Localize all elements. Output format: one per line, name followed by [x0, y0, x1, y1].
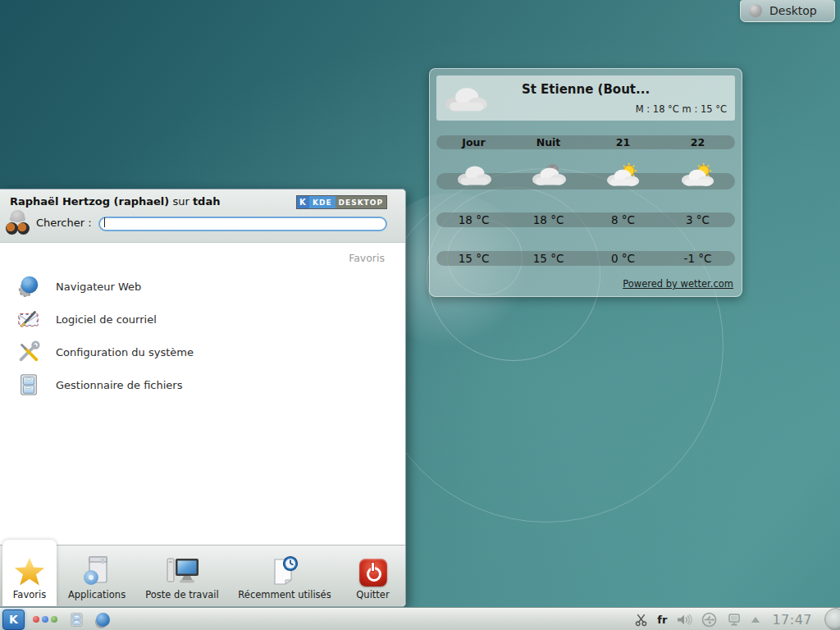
forecast-cloudy-night-icon: [530, 162, 568, 188]
document-clock-icon: [268, 555, 301, 587]
temp-low: 0 °C: [586, 252, 660, 265]
package-icon: [80, 555, 113, 587]
text-caret: [104, 217, 105, 227]
launcher-item-label: Configuration du système: [56, 346, 194, 358]
tab-applications[interactable]: Applications: [57, 546, 137, 606]
search-label: Chercher :: [36, 217, 92, 229]
panel-toolbox-cashew[interactable]: [824, 608, 840, 630]
favorites-section-label: Favoris: [0, 243, 405, 264]
activity-dots-launcher[interactable]: [33, 616, 57, 623]
system-settings-icon: [16, 340, 41, 364]
computer-icon: [164, 555, 200, 587]
badge-kde-label: KDE: [309, 196, 336, 208]
file-manager-icon: [16, 372, 41, 397]
web-browser-icon: [16, 274, 41, 299]
kde-desktop-badge: K KDE DESKTOP: [296, 195, 387, 209]
kmenu-logo: K: [9, 613, 18, 626]
temp-low: -1 °C: [660, 252, 735, 265]
forecast-sun-cloud-icon: [605, 162, 642, 188]
network-monitor-icon[interactable]: [726, 613, 742, 627]
folder-widget-title: Desktop: [769, 4, 817, 17]
badge-desktop-label: DESKTOP: [336, 196, 386, 208]
weather-low-temps-row: 15 °C 15 °C 0 °C -1 °C: [436, 251, 735, 266]
launcher-item-system-settings[interactable]: Configuration du système: [0, 336, 405, 368]
red-dot-icon: [33, 616, 39, 623]
weather-high-temps-row: 18 °C 18 °C 8 °C 3 °C: [436, 212, 735, 227]
weather-current-cloudy-icon: [443, 83, 489, 114]
weather-col-night: Nuit: [511, 136, 586, 148]
launcher-item-file-manager[interactable]: Gestionnaire de fichiers: [0, 368, 405, 401]
kmenu-button[interactable]: K: [2, 609, 25, 630]
volume-icon[interactable]: [676, 613, 692, 627]
tab-favorites[interactable]: Favoris: [2, 546, 57, 606]
temp-high: 18 °C: [511, 213, 586, 226]
weather-col-date-22: 22: [660, 136, 735, 148]
desktop-wallpaper: Desktop St Etienne (Bout... M : 18 °C m …: [0, 0, 840, 630]
blue-dot-icon: [42, 616, 48, 623]
tab-leave[interactable]: Quitter: [342, 546, 404, 606]
keyboard-layout-indicator[interactable]: fr: [657, 614, 667, 626]
temp-low: 15 °C: [511, 252, 586, 265]
weather-max-min-summary: M : 18 °C m : 15 °C: [636, 103, 727, 115]
launcher-tab-bar: Favoris Applications: [0, 545, 405, 606]
system-tray: fr: [634, 608, 840, 630]
weather-forecast-icons-row: [436, 173, 735, 189]
weather-widget[interactable]: St Etienne (Bout... M : 18 °C m : 15 °C …: [429, 68, 742, 297]
weather-col-day: Jour: [436, 136, 511, 148]
folder-widget-icon: [749, 4, 762, 17]
launcher-item-web-browser[interactable]: Navigateur Web: [0, 270, 405, 303]
search-binoculars-icon: [5, 210, 31, 235]
launcher-favorites-view: Favoris Navigateur: [0, 243, 405, 545]
powered-by-link[interactable]: Powered by wetter.com: [623, 278, 733, 290]
launcher-header: Raphaël Hertzog (raphael) sur tdah K KDE…: [0, 189, 405, 243]
launcher-item-label: Logiciel de courriel: [56, 313, 157, 326]
launcher-item-label: Navigateur Web: [56, 281, 141, 293]
power-icon: [359, 559, 387, 587]
tab-recently-used[interactable]: Récemment utilisés: [227, 546, 342, 606]
separator-word: sur: [172, 195, 189, 208]
host-name: tdah: [193, 195, 221, 208]
clipboard-scissors-icon[interactable]: [634, 613, 648, 627]
launcher-item-email[interactable]: Logiciel de courriel: [0, 303, 405, 336]
temp-high: 3 °C: [660, 213, 735, 226]
temp-high: 18 °C: [436, 213, 511, 226]
bottom-panel: K: [0, 608, 840, 630]
green-dot-icon: [51, 616, 57, 623]
forecast-sun-cloud-icon: [679, 162, 717, 188]
tray-expand-arrow[interactable]: [751, 617, 760, 623]
tab-computer[interactable]: Poste de travail: [137, 546, 227, 606]
kickoff-launcher-window: Raphaël Hertzog (raphael) sur tdah K KDE…: [0, 189, 406, 607]
email-client-icon: [16, 307, 41, 331]
file-manager-launcher[interactable]: [69, 612, 84, 628]
temp-low: 15 °C: [436, 252, 511, 265]
weather-header: St Etienne (Bout... M : 18 °C m : 15 °C: [436, 75, 735, 121]
forecast-cloudy-icon: [455, 162, 493, 188]
web-browser-launcher[interactable]: [96, 613, 110, 627]
panel-clock[interactable]: 17:47: [772, 612, 812, 628]
weather-column-headers: Jour Nuit 21 22: [436, 135, 735, 149]
usb-device-notifier-icon[interactable]: [701, 612, 717, 628]
search-input[interactable]: [98, 217, 387, 231]
temp-high: 8 °C: [586, 213, 660, 226]
weather-col-date-21: 21: [586, 136, 660, 148]
star-icon: [14, 557, 45, 587]
desktop-folder-widget-handle[interactable]: Desktop: [740, 0, 835, 22]
launcher-item-label: Gestionnaire de fichiers: [56, 379, 182, 391]
user-name: Raphaël Hertzog (raphael): [10, 195, 169, 208]
kde-logo-icon: K: [297, 196, 309, 208]
